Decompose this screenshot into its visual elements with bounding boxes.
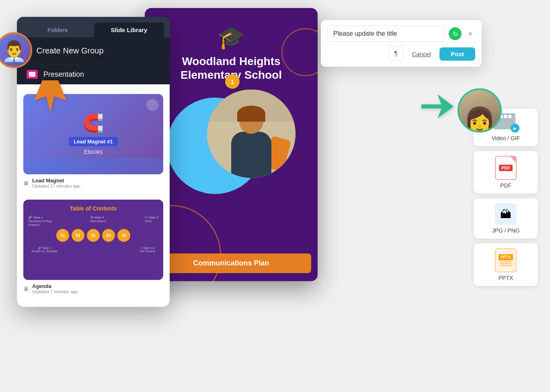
sidebar-panel: Folders Slide Library + Create New Group… <box>17 17 170 307</box>
step-01: 01 <box>56 229 69 242</box>
lead-magnet-badge: Lead Magnet #1 <box>69 137 118 146</box>
slide5-label: ☑ Slide 5Done <box>145 216 158 227</box>
dialog-close-button[interactable]: × <box>466 29 475 39</box>
mountain-icon: 🏔 <box>500 208 511 221</box>
magnet-emoji: 🧲 <box>83 113 104 133</box>
create-new-group-button[interactable]: + Create New Group <box>17 37 170 64</box>
file-type-pdf[interactable]: PDF PDF <box>474 151 538 194</box>
close-icon: × <box>468 30 473 38</box>
slide2-label: 🔗 Slide 2Scratch vs. Template <box>31 247 57 253</box>
card-updated-1: Updated 17 minutes ago <box>32 184 80 188</box>
agenda-toc-title: Table of Contents <box>23 200 163 212</box>
card-title-2: Agenda <box>32 283 78 289</box>
dialog-box: ↻ × ¶ Cancel Post <box>321 20 482 67</box>
user-figure-right: 👩 <box>464 108 496 131</box>
star-decor <box>146 99 158 111</box>
blue-accent-decor <box>23 158 163 174</box>
orange-arrow-svg <box>30 80 70 112</box>
tab-slide-library[interactable]: Slide Library <box>94 22 164 37</box>
main-slide: 🎓 Woodland Heights Elementary School <box>145 8 318 281</box>
card-info-2: Agenda Updated 7 minutes ago <box>32 283 78 294</box>
pdf-label: PDF <box>500 182 511 189</box>
film-perf-3 <box>504 115 507 118</box>
paragraph-icon: ¶ <box>394 50 398 57</box>
pptx-line-3 <box>499 265 512 266</box>
img-icon-wrap: 🏔 <box>495 203 517 225</box>
film-perf-4 <box>508 115 511 118</box>
monitor-icon-2: 🖥 <box>23 286 29 292</box>
slide-banner: Communications Plan <box>151 253 311 273</box>
paragraph-format-button[interactable]: ¶ <box>389 47 403 61</box>
pptx-badge: PPTX <box>499 254 513 260</box>
pptx-lines <box>499 261 512 266</box>
user-avatar-right: 👩 <box>458 88 502 133</box>
pdf-corner <box>510 157 516 162</box>
circle-photo-inner <box>207 90 296 178</box>
slide3-label: ⚙ Slide 3Size Options <box>90 216 107 227</box>
presentation-icon <box>27 70 38 79</box>
cards-container: 🧲 Lead Magnet #1 Ebooks 🖥 Lead Magnet Up… <box>17 84 170 307</box>
card-meta-1: 🖥 Lead Magnet Updated 17 minutes ago <box>23 174 163 190</box>
graduation-cap-icon: 🎓 <box>217 24 245 51</box>
refresh-icon: ↻ <box>453 30 458 38</box>
notification-badge: 1 <box>225 74 240 89</box>
green-arrow-svg <box>421 90 454 122</box>
slide-content: 🎓 Woodland Heights Elementary School <box>145 8 318 206</box>
sidebar-tabs: Folders Slide Library <box>17 17 170 37</box>
card-subtitle: Ebooks <box>84 149 103 155</box>
tab-folders[interactable]: Folders <box>23 22 92 37</box>
file-types-panel: ▶ Video / GIF PDF PDF 🏔 JPG / PNG PPTX P… <box>474 108 538 286</box>
slide-chart-area <box>167 90 296 194</box>
user-avatar-sidebar-bg: 👨‍💼 <box>0 34 31 67</box>
step-04: 04 <box>102 229 115 242</box>
card-updated-2: Updated 7 minutes ago <box>32 289 78 294</box>
green-arrow-container <box>421 90 454 124</box>
svg-marker-2 <box>421 94 454 118</box>
step-03: 03 <box>87 229 100 242</box>
svg-marker-1 <box>34 80 66 112</box>
post-button[interactable]: Post <box>439 47 475 61</box>
step-05: 05 <box>117 229 130 242</box>
dialog-actions: ¶ Cancel Post <box>327 47 475 61</box>
monitor-icon-1: 🖥 <box>23 180 29 186</box>
video-label: Video / GIF <box>492 135 520 141</box>
pptx-line-2 <box>499 263 512 264</box>
card-agenda-thumbnail[interactable]: Table of Contents 🔗 Slide 1Importance of… <box>23 200 163 280</box>
pptx-label: PPTX <box>499 275 513 281</box>
user-figure-sidebar: 👨‍💼 <box>2 41 27 61</box>
pptx-icon-wrap: PPTX <box>495 248 517 272</box>
file-type-image[interactable]: 🏔 JPG / PNG <box>474 198 538 239</box>
play-button-icon: ▶ <box>511 124 519 133</box>
dialog-refresh-button[interactable]: ↻ <box>449 27 462 40</box>
sidebar-body: + Create New Group Presentation 🧲 Lead M… <box>17 37 170 307</box>
card-agenda-wrapper: Table of Contents 🔗 Slide 1Importance of… <box>23 195 163 300</box>
orange-arrow-container <box>30 80 70 114</box>
step-02: 02 <box>72 229 84 242</box>
card-info-1: Lead Magnet Updated 17 minutes ago <box>32 178 80 188</box>
svg-rect-0 <box>29 72 35 77</box>
slide46-label: ↗ Slide 4-6The Process <box>140 247 155 253</box>
agenda-steps: 01 02 03 04 05 <box>23 229 163 242</box>
pptx-line-1 <box>499 261 512 262</box>
file-type-pptx[interactable]: PPTX PPTX <box>474 243 538 286</box>
dialog-title-row: ↻ × <box>327 26 475 42</box>
presentation-label: Presentation <box>43 70 84 79</box>
cancel-button[interactable]: Cancel <box>407 48 436 60</box>
circle-photo <box>207 90 296 178</box>
image-label: JPG / PNG <box>492 227 519 234</box>
card-title-1: Lead Magnet <box>32 178 80 184</box>
pdf-badge: PDF <box>499 165 513 171</box>
dialog-title-input[interactable] <box>327 26 445 42</box>
create-new-group-label: Create New Group <box>37 46 104 55</box>
card-meta-2: 🖥 Agenda Updated 7 minutes ago <box>23 280 163 296</box>
user-avatar-right-bg: 👩 <box>459 90 500 131</box>
slide1-label: 🔗 Slide 1Importance of BlogGraphics <box>28 216 52 227</box>
pdf-icon-wrap: PDF <box>495 156 517 180</box>
